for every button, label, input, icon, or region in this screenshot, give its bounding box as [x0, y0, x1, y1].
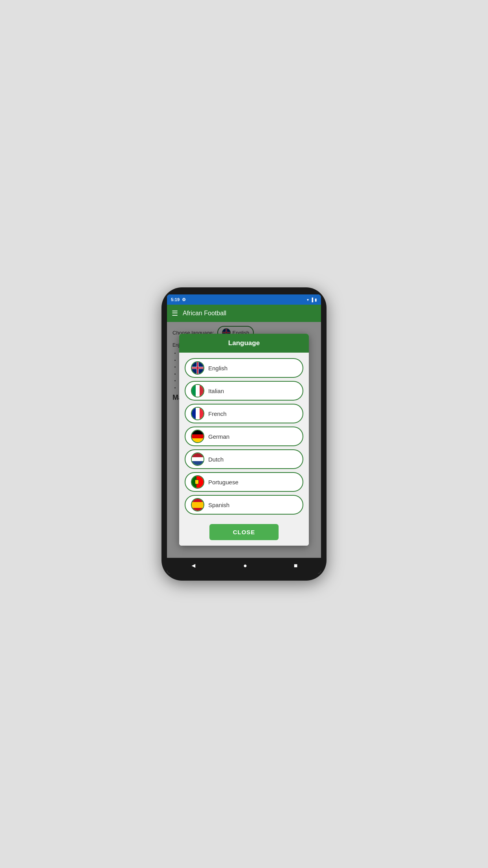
language-option-english[interactable]: English [185, 358, 303, 378]
close-button[interactable]: CLOSE [209, 524, 279, 540]
app-bar: ☰ African Football [167, 305, 321, 322]
app-title: African Football [183, 310, 226, 317]
dialog-body: English Italian [179, 353, 309, 520]
dialog-footer: CLOSE [179, 520, 309, 546]
portugal-shield [195, 480, 199, 484]
hamburger-icon[interactable]: ☰ [172, 309, 178, 318]
dialog-header: Language [179, 334, 309, 353]
flag-italian [191, 384, 204, 397]
language-name-italian: Italian [208, 388, 224, 394]
recent-button[interactable]: ■ [290, 561, 302, 571]
flag-dutch [191, 452, 204, 466]
gear-icon: ⚙ [182, 297, 186, 302]
language-name-german: German [208, 433, 229, 440]
language-name-dutch: Dutch [208, 456, 224, 463]
flag-english [191, 361, 204, 375]
language-option-spanish[interactable]: Spanish [185, 495, 303, 515]
language-name-spanish: Spanish [208, 502, 229, 508]
phone-device: 5:19 ⚙ ☰ African Football Choose languag… [161, 287, 327, 581]
language-option-portuguese[interactable]: Portuguese [185, 472, 303, 492]
language-name-french: French [208, 410, 227, 417]
modal-overlay: Language [167, 322, 321, 558]
language-name-portuguese: Portuguese [208, 479, 238, 485]
language-dialog: Language [179, 334, 309, 546]
status-right [307, 298, 317, 302]
back-button[interactable]: ◄ [186, 561, 200, 571]
language-option-italian[interactable]: Italian [185, 381, 303, 401]
wifi-icon [307, 298, 309, 302]
time-display: 5:19 [171, 297, 180, 302]
flag-portuguese [191, 475, 204, 489]
battery-icon [315, 298, 317, 302]
language-option-french[interactable]: French [185, 404, 303, 423]
language-option-german[interactable]: German [185, 427, 303, 446]
status-bar: 5:19 ⚙ [167, 294, 321, 305]
main-content-area: Choose language: English Enjoy a… [167, 322, 321, 558]
flag-spanish [191, 498, 204, 511]
flag-german [191, 430, 204, 443]
phone-screen: 5:19 ⚙ ☰ African Football Choose languag… [167, 294, 321, 574]
status-left: 5:19 ⚙ [171, 297, 186, 302]
language-option-dutch[interactable]: Dutch [185, 449, 303, 469]
language-name-english: English [208, 365, 227, 371]
flag-french [191, 407, 204, 420]
signal-icon [310, 298, 313, 302]
dialog-title: Language [228, 339, 260, 347]
home-button[interactable]: ● [239, 561, 251, 571]
bottom-navigation: ◄ ● ■ [167, 558, 321, 574]
